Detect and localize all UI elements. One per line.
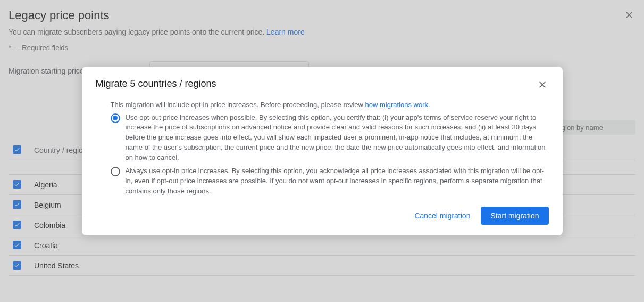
- opt-in-radio[interactable]: [111, 167, 120, 176]
- dialog-close-icon[interactable]: [536, 78, 549, 91]
- modal-scrim: Migrate 5 countries / regions This migra…: [0, 0, 644, 302]
- how-migrations-work-link[interactable]: how migrations work: [365, 101, 429, 109]
- dialog-intro: This migration will include opt-in price…: [96, 101, 549, 109]
- cancel-button[interactable]: Cancel migration: [407, 207, 478, 225]
- opt-out-radio[interactable]: [111, 113, 120, 123]
- start-button[interactable]: Start migration: [481, 207, 548, 225]
- dialog-title: Migrate 5 countries / regions: [96, 78, 216, 89]
- migrate-dialog: Migrate 5 countries / regions This migra…: [82, 67, 563, 236]
- opt-in-label: Always use opt-in price increases. By se…: [126, 166, 549, 197]
- opt-out-label: Use opt-out price increases when possibl…: [126, 113, 549, 163]
